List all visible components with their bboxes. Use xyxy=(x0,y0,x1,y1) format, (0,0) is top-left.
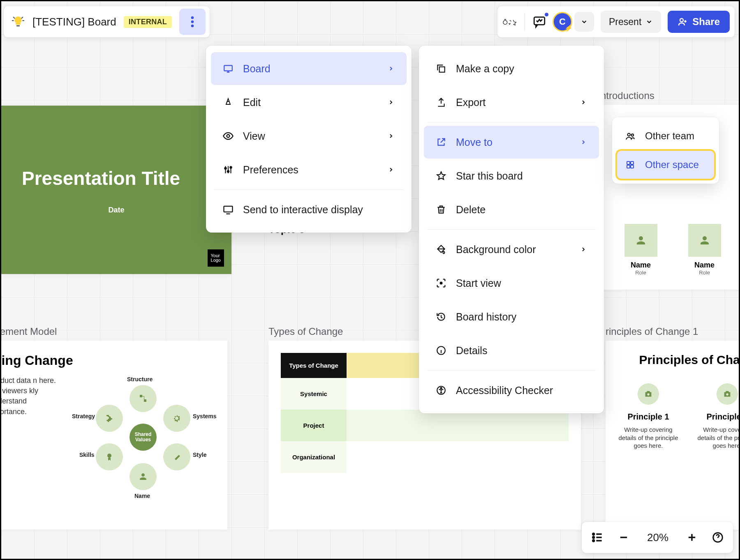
zoom-in-button[interactable] xyxy=(686,532,698,543)
person-card: Name Role xyxy=(624,224,657,281)
board-header: [TESTING] Board INTERNAL xyxy=(4,6,210,37)
menu-item-start-view[interactable]: Start view xyxy=(424,267,599,300)
svg-point-9 xyxy=(503,21,507,25)
avatar-dropdown[interactable] xyxy=(574,12,594,32)
menu-item-star[interactable]: Star this board xyxy=(424,159,599,192)
board-title[interactable]: [TESTING] Board xyxy=(32,16,116,28)
menu-label: Accessibility Checker xyxy=(456,385,587,396)
team-icon xyxy=(624,130,636,142)
zoom-value[interactable]: 20% xyxy=(643,531,672,544)
menu-item-details[interactable]: Details xyxy=(424,334,599,367)
trash-icon xyxy=(435,204,447,215)
edit-icon xyxy=(222,97,234,108)
principle-2: Principle 2 Write-up covering details of… xyxy=(694,383,740,450)
user-avatar[interactable]: C ⚡ xyxy=(554,13,571,30)
menu-item-send-display[interactable]: Send to interactive display xyxy=(211,193,407,226)
principle-2-title: Principle 2 xyxy=(694,412,740,422)
zoom-out-button[interactable] xyxy=(618,532,629,543)
menu-label: Send to interactive display xyxy=(243,204,395,216)
person-role: Role xyxy=(688,270,721,276)
menu-item-other-space[interactable]: Other space xyxy=(617,151,714,179)
bolt-icon: ⚡ xyxy=(564,24,573,32)
node-skills xyxy=(96,443,123,470)
lbl-structure: Structure xyxy=(127,376,153,383)
menu-item-board[interactable]: Board xyxy=(211,52,407,85)
svg-point-4 xyxy=(726,393,728,396)
camera-icon xyxy=(717,383,738,405)
menu-item-make-copy[interactable]: Make a copy xyxy=(424,52,599,85)
person-card: Name Role xyxy=(688,224,721,281)
menu-item-history[interactable]: Board history xyxy=(424,300,599,333)
menu-item-move-to[interactable]: Move to xyxy=(424,126,599,159)
menu-label: Other space xyxy=(645,159,707,171)
principle-1-desc: Write-up covering details of the princip… xyxy=(615,426,681,450)
svg-point-31 xyxy=(593,540,594,542)
menu-separator xyxy=(427,122,596,122)
row-systemic: Systemic xyxy=(281,378,347,410)
svg-rect-0 xyxy=(140,395,142,397)
sliders-icon xyxy=(222,164,234,175)
logo-chip: Your Logo xyxy=(208,249,224,267)
svg-rect-28 xyxy=(631,165,634,168)
svg-point-2 xyxy=(107,454,111,458)
menu-item-bg-color[interactable]: Background color xyxy=(424,233,599,266)
display-icon xyxy=(222,204,234,215)
info-icon xyxy=(435,345,447,356)
menu-label: Board history xyxy=(456,311,587,323)
camera-icon xyxy=(638,383,659,405)
comments-icon[interactable] xyxy=(532,14,547,30)
title-slide-date: Date xyxy=(22,206,211,214)
principle-2-desc: Write-up covering details of the princip… xyxy=(694,426,740,450)
logo-bulb-icon xyxy=(11,15,25,29)
menu-label: Preferences xyxy=(243,164,378,176)
svg-rect-18 xyxy=(439,67,445,72)
internal-badge: INTERNAL xyxy=(124,16,172,28)
menu-item-view[interactable]: View xyxy=(211,120,407,152)
row-project: Project xyxy=(281,410,347,441)
principle-1-title: Principle 1 xyxy=(615,412,681,422)
svg-point-24 xyxy=(631,134,634,136)
menu-item-other-team[interactable]: Other team xyxy=(617,122,714,150)
help-button[interactable] xyxy=(712,531,724,544)
timer-reactions-icon[interactable] xyxy=(502,14,518,30)
menu-item-export[interactable]: Export xyxy=(424,86,599,119)
menu-label: View xyxy=(243,130,378,142)
move-to-submenu: Other team Other space xyxy=(612,117,719,184)
menu-separator xyxy=(427,229,596,230)
menu-item-preferences[interactable]: Preferences xyxy=(211,153,407,186)
menu-label: Other team xyxy=(645,130,707,142)
col-header-types: Types of Change xyxy=(281,353,347,378)
svg-point-15 xyxy=(227,171,229,172)
more-menu-button[interactable] xyxy=(179,9,206,35)
frame-principles[interactable]: rinciples of Change 1 Principles of Chan… xyxy=(606,326,740,530)
lbl-name: Name xyxy=(134,493,150,499)
title-slide-heading: Presentation Title xyxy=(22,167,211,189)
lbl-strategy: Strategy xyxy=(72,413,95,419)
frames-list-button[interactable] xyxy=(591,531,604,544)
frame-management-model[interactable]: agement Model fying Change product data … xyxy=(0,326,227,530)
lbl-style: Style xyxy=(193,452,206,458)
start-view-icon xyxy=(435,277,447,289)
svg-rect-26 xyxy=(631,161,634,164)
menu-item-delete[interactable]: Delete xyxy=(424,193,599,226)
present-label: Present xyxy=(609,16,641,28)
node-systems xyxy=(163,405,190,432)
frame-label-mgmt: agement Model xyxy=(0,326,227,337)
grid-icon xyxy=(624,159,636,171)
svg-rect-12 xyxy=(224,65,232,71)
svg-point-23 xyxy=(628,134,631,136)
eye-icon xyxy=(222,130,234,142)
menu-item-edit[interactable]: Edit xyxy=(211,86,407,119)
frame-title-slide[interactable]: Presentation Title Date Your Logo xyxy=(1,106,231,274)
board-menu: Board Edit View Preferences Send to inte… xyxy=(206,46,412,233)
svg-point-11 xyxy=(680,18,683,22)
menu-label: Details xyxy=(456,345,587,357)
open-external-icon xyxy=(435,136,447,148)
menu-label: Move to xyxy=(456,136,570,148)
row-organizational: Organizational xyxy=(281,441,347,473)
svg-point-19 xyxy=(440,282,442,284)
menu-item-a11y[interactable]: Accessibility Checker xyxy=(424,374,599,407)
share-button[interactable]: Share xyxy=(668,11,730,33)
present-button[interactable]: Present xyxy=(601,11,661,33)
svg-point-8 xyxy=(191,25,194,28)
